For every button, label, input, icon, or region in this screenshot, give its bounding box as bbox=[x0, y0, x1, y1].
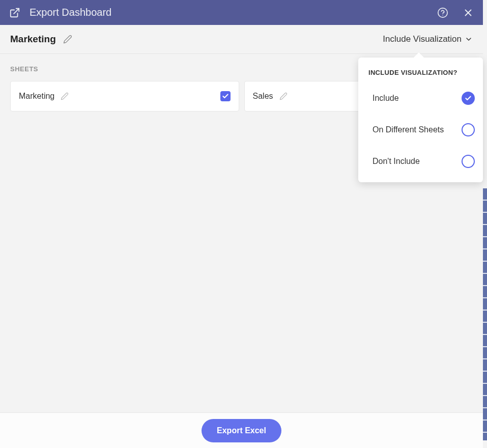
popover-title: INCLUDE VISUALIZATION? bbox=[358, 69, 483, 82]
sheet-checkbox[interactable] bbox=[220, 91, 231, 101]
svg-point-1 bbox=[438, 8, 447, 17]
modal-title: Export Dashboard bbox=[30, 7, 111, 18]
option-label: On Different Sheets bbox=[373, 125, 444, 134]
svg-line-0 bbox=[14, 8, 19, 13]
include-visualization-popover: INCLUDE VISUALIZATION? Include On Differ… bbox=[358, 58, 483, 182]
modal-header-right bbox=[437, 7, 474, 18]
sheet-card[interactable]: Marketing bbox=[10, 81, 239, 111]
close-icon[interactable] bbox=[463, 7, 474, 18]
sheet-name: Marketing bbox=[19, 92, 54, 101]
radio-selected bbox=[462, 92, 475, 105]
pencil-icon[interactable] bbox=[279, 92, 288, 100]
radio-unselected bbox=[462, 155, 475, 168]
dropdown-label: Include Visualization bbox=[383, 34, 462, 44]
chevron-down-icon bbox=[465, 35, 473, 43]
pencil-icon[interactable] bbox=[61, 92, 69, 100]
help-icon[interactable] bbox=[437, 7, 448, 18]
export-excel-button[interactable]: Export Excel bbox=[202, 419, 281, 442]
modal-header-left: Export Dashboard bbox=[9, 7, 111, 18]
radio-unselected bbox=[462, 123, 475, 136]
side-decoration bbox=[483, 188, 487, 440]
option-label: Don't Include bbox=[373, 157, 420, 166]
subheader-left: Marketing bbox=[10, 34, 72, 45]
pencil-icon[interactable] bbox=[63, 35, 72, 44]
modal-header: Export Dashboard bbox=[0, 0, 483, 25]
popover-option-dont-include[interactable]: Don't Include bbox=[358, 146, 483, 177]
sheet-name: Sales bbox=[253, 92, 273, 101]
modal-footer: Export Excel bbox=[0, 412, 483, 448]
subheader: Marketing Include Visualization bbox=[0, 25, 483, 54]
include-visualization-dropdown[interactable]: Include Visualization bbox=[383, 34, 473, 44]
external-link-icon[interactable] bbox=[9, 7, 20, 18]
popover-option-different-sheets[interactable]: On Different Sheets bbox=[358, 114, 483, 146]
dashboard-name: Marketing bbox=[10, 34, 56, 45]
option-label: Include bbox=[373, 94, 399, 103]
popover-option-include[interactable]: Include bbox=[358, 82, 483, 114]
